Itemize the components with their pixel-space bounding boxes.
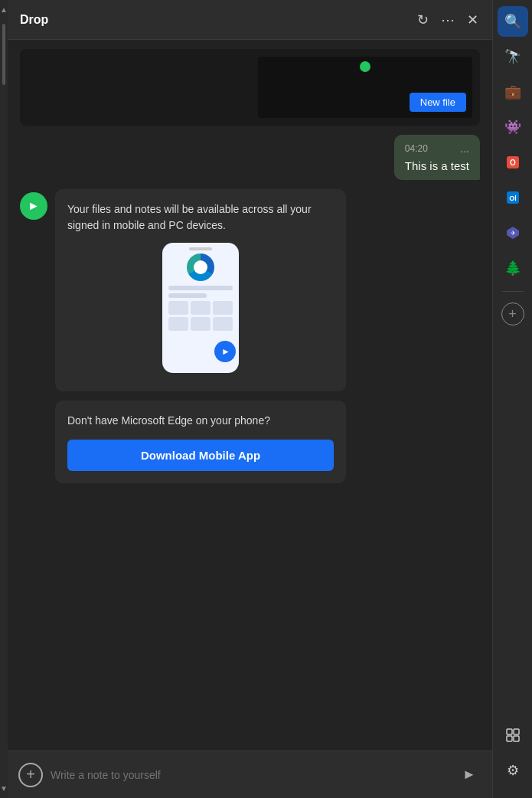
- phone-grid: [168, 301, 233, 331]
- sidebar-icon-briefcase[interactable]: 💼: [498, 77, 528, 107]
- message-time: 04:20: [405, 143, 428, 154]
- sidebar-icon-teams[interactable]: ✈: [498, 217, 528, 248]
- right-sidebar: 🔍 🔭 💼 👾 O Ol ✈ 🌲 + ⚙: [492, 0, 532, 798]
- send-icon: ►: [28, 199, 40, 213]
- bot-message-row: ► Your files and notes will be available…: [20, 189, 480, 391]
- header: Drop ↻ ⋯ ✕: [8, 0, 492, 40]
- phone-illustration: ►: [67, 243, 334, 373]
- more-options-icon[interactable]: ⋯: [439, 10, 456, 30]
- office-logo-icon: O: [504, 154, 521, 171]
- sidebar-bottom-actions: ⚙: [498, 720, 528, 792]
- sidebar-divider: [502, 291, 524, 292]
- message-text: This is a test: [405, 159, 469, 172]
- grid-cell: [191, 317, 211, 331]
- phone-content-bars: [168, 286, 233, 298]
- sidebar-icon-search[interactable]: 🔍: [498, 6, 528, 37]
- svg-rect-9: [514, 736, 519, 741]
- grid-cell: [213, 317, 233, 331]
- expand-icon: [505, 728, 521, 743]
- sidebar-icon-onenote[interactable]: 🌲: [498, 253, 528, 283]
- header-actions: ↻ ⋯ ✕: [416, 10, 480, 30]
- scrollbar-thumb[interactable]: [2, 24, 5, 85]
- sidebar-add-button[interactable]: +: [501, 303, 524, 325]
- bot-card-text: Your files and notes will be available a…: [67, 201, 334, 234]
- message-input[interactable]: [51, 769, 449, 781]
- download-card: Don't have Microsoft Edge on your phone?…: [55, 401, 346, 483]
- scrollbar[interactable]: ▲ ▼: [0, 0, 8, 798]
- phone-play-overlay[interactable]: ►: [214, 341, 236, 362]
- close-icon[interactable]: ✕: [465, 10, 480, 30]
- send-button[interactable]: ►: [457, 763, 481, 787]
- settings-icon[interactable]: ⚙: [498, 755, 528, 786]
- sent-message-bubble: 04:20 ... This is a test: [394, 135, 480, 180]
- sidebar-icon-character[interactable]: 👾: [498, 112, 528, 142]
- edge-logo-inner: [194, 260, 207, 274]
- svg-text:O: O: [510, 159, 516, 167]
- grid-cell: [191, 301, 211, 315]
- outlook-logo-icon: Ol: [504, 189, 521, 206]
- download-card-description: Don't have Microsoft Edge on your phone?: [67, 413, 334, 429]
- phone-notch: [189, 247, 212, 250]
- new-file-card: New file: [20, 49, 480, 126]
- panel-title: Drop: [20, 13, 48, 27]
- svg-rect-7: [514, 729, 519, 734]
- grid-cell: [213, 301, 233, 315]
- grid-cell: [168, 301, 188, 315]
- edge-logo: [187, 253, 214, 281]
- download-mobile-app-button[interactable]: Download Mobile App: [67, 440, 334, 471]
- add-attachment-button[interactable]: +: [18, 763, 43, 787]
- message-header: 04:20 ...: [405, 142, 469, 155]
- main-panel: Drop ↻ ⋯ ✕ New file 04:20 ... This is a …: [8, 0, 492, 798]
- svg-rect-6: [507, 729, 512, 734]
- phone-bar-1: [168, 286, 233, 290]
- message-options-icon[interactable]: ...: [460, 142, 469, 155]
- refresh-icon[interactable]: ↻: [416, 10, 430, 30]
- bot-avatar: ►: [20, 192, 47, 220]
- svg-text:✈: ✈: [510, 230, 515, 237]
- new-file-button[interactable]: New file: [410, 93, 466, 112]
- chat-area: New file 04:20 ... This is a test ► Your…: [8, 40, 492, 751]
- svg-text:Ol: Ol: [509, 195, 517, 202]
- input-area: + ►: [8, 751, 492, 798]
- sidebar-icon-outlook[interactable]: Ol: [498, 182, 528, 213]
- phone-bar-2: [168, 293, 207, 298]
- sidebar-icon-telescope[interactable]: 🔭: [498, 41, 528, 72]
- play-icon: ►: [221, 346, 230, 357]
- sidebar-expand-icon[interactable]: [498, 720, 528, 751]
- teams-icon: ✈: [504, 224, 521, 241]
- bot-card: Your files and notes will be available a…: [55, 189, 346, 391]
- sidebar-icon-office[interactable]: O: [498, 147, 528, 178]
- green-dot: [360, 61, 370, 72]
- grid-cell: [168, 317, 188, 331]
- svg-rect-8: [507, 736, 512, 741]
- phone-mockup: ►: [162, 243, 239, 373]
- new-file-preview: New file: [258, 57, 472, 118]
